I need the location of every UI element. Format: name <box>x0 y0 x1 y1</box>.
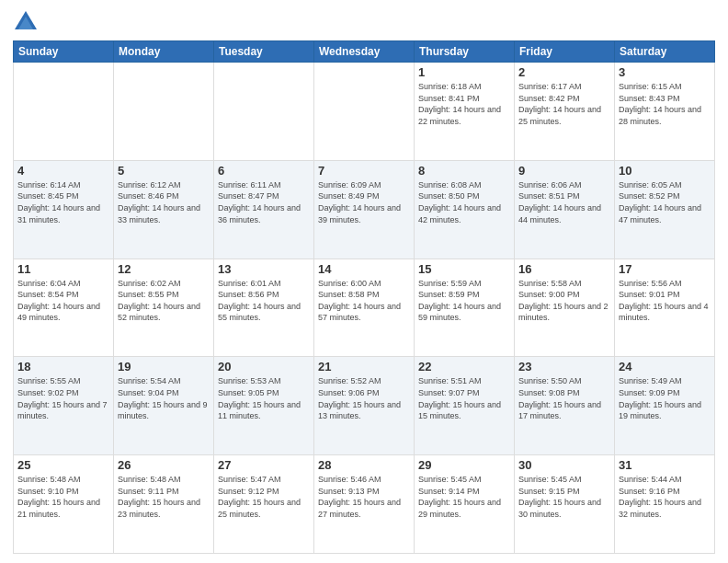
calendar-body: 1Sunrise: 6:18 AM Sunset: 8:41 PM Daylig… <box>14 63 715 554</box>
calendar-cell: 14Sunrise: 6:00 AM Sunset: 8:58 PM Dayli… <box>314 259 415 357</box>
calendar-cell: 8Sunrise: 6:08 AM Sunset: 8:50 PM Daylig… <box>415 160 515 259</box>
day-number: 9 <box>518 164 610 178</box>
day-detail: Sunrise: 6:05 AM Sunset: 8:52 PM Dayligh… <box>619 179 711 225</box>
day-number: 26 <box>118 458 210 472</box>
day-number: 17 <box>619 262 711 276</box>
day-detail: Sunrise: 5:54 AM Sunset: 9:04 PM Dayligh… <box>118 375 210 421</box>
day-number: 19 <box>118 360 210 373</box>
day-number: 28 <box>318 458 410 472</box>
day-number: 24 <box>619 360 711 373</box>
day-detail: Sunrise: 6:04 AM Sunset: 8:54 PM Dayligh… <box>17 278 109 324</box>
calendar-cell: 2Sunrise: 6:17 AM Sunset: 8:42 PM Daylig… <box>515 63 615 161</box>
day-detail: Sunrise: 5:49 AM Sunset: 9:09 PM Dayligh… <box>619 375 711 421</box>
calendar-cell: 26Sunrise: 5:48 AM Sunset: 9:11 PM Dayli… <box>114 455 214 554</box>
day-detail: Sunrise: 6:15 AM Sunset: 8:43 PM Dayligh… <box>619 81 711 127</box>
weekday-header: Tuesday <box>214 41 314 63</box>
calendar-cell: 19Sunrise: 5:54 AM Sunset: 9:04 PM Dayli… <box>114 357 214 455</box>
calendar-cell: 5Sunrise: 6:12 AM Sunset: 8:46 PM Daylig… <box>114 160 214 259</box>
day-detail: Sunrise: 6:00 AM Sunset: 8:58 PM Dayligh… <box>318 278 410 324</box>
day-detail: Sunrise: 6:01 AM Sunset: 8:56 PM Dayligh… <box>218 278 310 324</box>
day-detail: Sunrise: 5:52 AM Sunset: 9:06 PM Dayligh… <box>318 375 410 421</box>
day-detail: Sunrise: 6:06 AM Sunset: 8:51 PM Dayligh… <box>518 179 610 225</box>
day-detail: Sunrise: 6:12 AM Sunset: 8:46 PM Dayligh… <box>118 179 210 225</box>
weekday-header: Monday <box>114 41 214 63</box>
day-detail: Sunrise: 5:48 AM Sunset: 9:10 PM Dayligh… <box>17 474 109 520</box>
day-number: 21 <box>318 360 410 373</box>
calendar-cell: 15Sunrise: 5:59 AM Sunset: 8:59 PM Dayli… <box>415 259 515 357</box>
calendar-cell <box>314 63 415 161</box>
calendar-cell: 22Sunrise: 5:51 AM Sunset: 9:07 PM Dayli… <box>415 357 515 455</box>
weekday-header: Saturday <box>615 41 715 63</box>
calendar-row: 25Sunrise: 5:48 AM Sunset: 9:10 PM Dayli… <box>14 455 715 554</box>
day-number: 29 <box>418 458 510 472</box>
calendar-cell: 27Sunrise: 5:47 AM Sunset: 9:12 PM Dayli… <box>214 455 314 554</box>
calendar-cell <box>14 63 114 161</box>
weekday-header: Sunday <box>14 41 114 63</box>
calendar-cell: 24Sunrise: 5:49 AM Sunset: 9:09 PM Dayli… <box>615 357 715 455</box>
calendar-cell: 7Sunrise: 6:09 AM Sunset: 8:49 PM Daylig… <box>314 160 415 259</box>
calendar-cell: 29Sunrise: 5:45 AM Sunset: 9:14 PM Dayli… <box>415 455 515 554</box>
calendar-cell <box>214 63 314 161</box>
calendar-cell: 12Sunrise: 6:02 AM Sunset: 8:55 PM Dayli… <box>114 259 214 357</box>
calendar-cell: 30Sunrise: 5:45 AM Sunset: 9:15 PM Dayli… <box>515 455 615 554</box>
day-detail: Sunrise: 5:48 AM Sunset: 9:11 PM Dayligh… <box>118 474 210 520</box>
calendar-cell: 13Sunrise: 6:01 AM Sunset: 8:56 PM Dayli… <box>214 259 314 357</box>
day-detail: Sunrise: 5:45 AM Sunset: 9:15 PM Dayligh… <box>518 474 610 520</box>
day-detail: Sunrise: 6:02 AM Sunset: 8:55 PM Dayligh… <box>118 278 210 324</box>
calendar-row: 11Sunrise: 6:04 AM Sunset: 8:54 PM Dayli… <box>14 259 715 357</box>
day-number: 25 <box>17 458 109 472</box>
day-detail: Sunrise: 5:44 AM Sunset: 9:16 PM Dayligh… <box>619 474 711 520</box>
calendar-cell: 28Sunrise: 5:46 AM Sunset: 9:13 PM Dayli… <box>314 455 415 554</box>
day-number: 13 <box>218 262 310 276</box>
calendar-cell: 18Sunrise: 5:55 AM Sunset: 9:02 PM Dayli… <box>14 357 114 455</box>
day-number: 7 <box>318 164 410 178</box>
day-number: 20 <box>218 360 310 373</box>
day-detail: Sunrise: 5:53 AM Sunset: 9:05 PM Dayligh… <box>218 375 310 421</box>
header <box>13 9 715 35</box>
logo-icon <box>13 9 39 35</box>
day-number: 11 <box>17 262 109 276</box>
day-number: 3 <box>619 65 711 79</box>
day-detail: Sunrise: 6:18 AM Sunset: 8:41 PM Dayligh… <box>418 81 510 127</box>
day-number: 15 <box>418 262 510 276</box>
day-detail: Sunrise: 6:14 AM Sunset: 8:45 PM Dayligh… <box>17 179 109 225</box>
weekday-header: Thursday <box>415 41 515 63</box>
day-detail: Sunrise: 6:17 AM Sunset: 8:42 PM Dayligh… <box>518 81 610 127</box>
calendar-cell: 11Sunrise: 6:04 AM Sunset: 8:54 PM Dayli… <box>14 259 114 357</box>
day-detail: Sunrise: 6:09 AM Sunset: 8:49 PM Dayligh… <box>318 179 410 225</box>
calendar-row: 1Sunrise: 6:18 AM Sunset: 8:41 PM Daylig… <box>14 63 715 161</box>
day-detail: Sunrise: 5:47 AM Sunset: 9:12 PM Dayligh… <box>218 474 310 520</box>
day-detail: Sunrise: 5:58 AM Sunset: 9:00 PM Dayligh… <box>518 278 610 324</box>
day-detail: Sunrise: 5:59 AM Sunset: 8:59 PM Dayligh… <box>418 278 510 324</box>
day-number: 6 <box>218 164 310 178</box>
calendar-cell: 16Sunrise: 5:58 AM Sunset: 9:00 PM Dayli… <box>515 259 615 357</box>
day-number: 4 <box>17 164 109 178</box>
calendar-cell: 23Sunrise: 5:50 AM Sunset: 9:08 PM Dayli… <box>515 357 615 455</box>
day-detail: Sunrise: 5:50 AM Sunset: 9:08 PM Dayligh… <box>518 375 610 421</box>
day-detail: Sunrise: 5:55 AM Sunset: 9:02 PM Dayligh… <box>17 375 109 421</box>
day-number: 23 <box>518 360 610 373</box>
day-detail: Sunrise: 6:08 AM Sunset: 8:50 PM Dayligh… <box>418 179 510 225</box>
weekday-header: Wednesday <box>314 41 415 63</box>
calendar-cell: 6Sunrise: 6:11 AM Sunset: 8:47 PM Daylig… <box>214 160 314 259</box>
calendar: SundayMondayTuesdayWednesdayThursdayFrid… <box>13 40 715 554</box>
day-number: 30 <box>518 458 610 472</box>
calendar-cell: 9Sunrise: 6:06 AM Sunset: 8:51 PM Daylig… <box>515 160 615 259</box>
day-detail: Sunrise: 5:56 AM Sunset: 9:01 PM Dayligh… <box>619 278 711 324</box>
weekday-header: Friday <box>515 41 615 63</box>
calendar-cell: 3Sunrise: 6:15 AM Sunset: 8:43 PM Daylig… <box>615 63 715 161</box>
calendar-cell: 31Sunrise: 5:44 AM Sunset: 9:16 PM Dayli… <box>615 455 715 554</box>
calendar-cell: 20Sunrise: 5:53 AM Sunset: 9:05 PM Dayli… <box>214 357 314 455</box>
calendar-cell: 21Sunrise: 5:52 AM Sunset: 9:06 PM Dayli… <box>314 357 415 455</box>
day-number: 16 <box>518 262 610 276</box>
day-number: 14 <box>318 262 410 276</box>
logo <box>13 9 42 35</box>
calendar-cell: 1Sunrise: 6:18 AM Sunset: 8:41 PM Daylig… <box>415 63 515 161</box>
day-number: 18 <box>17 360 109 373</box>
calendar-header-row: SundayMondayTuesdayWednesdayThursdayFrid… <box>14 41 715 63</box>
day-detail: Sunrise: 6:11 AM Sunset: 8:47 PM Dayligh… <box>218 179 310 225</box>
calendar-cell: 10Sunrise: 6:05 AM Sunset: 8:52 PM Dayli… <box>615 160 715 259</box>
page: SundayMondayTuesdayWednesdayThursdayFrid… <box>0 0 728 563</box>
day-number: 12 <box>118 262 210 276</box>
day-detail: Sunrise: 5:46 AM Sunset: 9:13 PM Dayligh… <box>318 474 410 520</box>
